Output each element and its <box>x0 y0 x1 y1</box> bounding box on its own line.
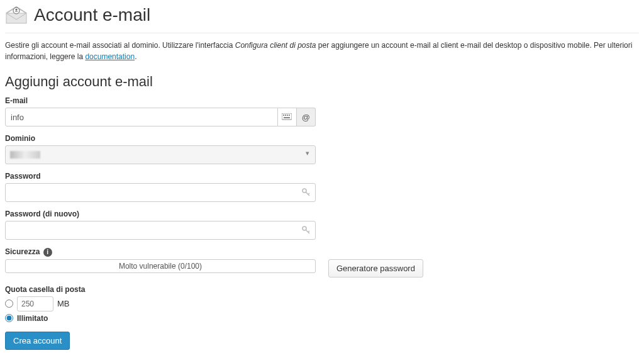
quota-size-input[interactable] <box>17 296 53 311</box>
quota-label: Quota casella di posta <box>5 285 639 294</box>
svg-point-2 <box>15 9 17 11</box>
svg-rect-4 <box>283 115 284 116</box>
page-title: Account e-mail <box>34 5 150 25</box>
security-label: Sicurezza i <box>5 247 639 257</box>
svg-rect-3 <box>282 113 292 120</box>
domain-row: Dominio <box>5 134 316 164</box>
key-icon <box>302 188 311 197</box>
email-row: E-mail @ <box>5 96 316 126</box>
svg-rect-8 <box>284 117 290 118</box>
email-input[interactable] <box>5 108 278 126</box>
intro-text: Gestire gli account e-mail associati al … <box>5 40 639 62</box>
page-header: Account e-mail <box>5 0 639 33</box>
quota-unlimited-label: Illimitato <box>17 314 48 323</box>
intro-em: Configura client di posta <box>235 41 316 50</box>
password-row: Password <box>5 172 316 202</box>
svg-rect-0 <box>6 13 26 23</box>
email-label: E-mail <box>5 96 316 105</box>
documentation-link[interactable]: documentation <box>85 52 135 61</box>
password-label: Password <box>5 172 316 181</box>
intro-pre: Gestire gli account e-mail associati al … <box>5 41 235 50</box>
svg-rect-5 <box>285 115 286 116</box>
quota-unit: MB <box>57 299 70 308</box>
at-addon: @ <box>297 108 316 126</box>
create-account-button[interactable]: Crea account <box>5 332 70 350</box>
svg-rect-6 <box>287 115 288 116</box>
svg-rect-7 <box>289 115 290 116</box>
section-title: Aggiungi account e-mail <box>5 74 639 90</box>
info-icon[interactable]: i <box>43 248 52 257</box>
password-strength-meter: Molto vulnerabile (0/100) <box>5 259 316 273</box>
security-row: Sicurezza i Molto vulnerabile (0/100) Ge… <box>5 247 639 277</box>
quota-unlimited-radio[interactable] <box>5 314 13 322</box>
security-label-text: Sicurezza <box>5 247 40 256</box>
domain-select[interactable] <box>5 145 316 164</box>
svg-line-14 <box>308 231 309 232</box>
domain-value-redacted <box>10 151 40 159</box>
password-confirm-row: Password (di nuovo) <box>5 210 316 240</box>
quota-size-radio[interactable] <box>5 300 13 308</box>
intro-post: . <box>135 52 136 61</box>
keyboard-icon[interactable] <box>278 108 297 126</box>
password-confirm-label: Password (di nuovo) <box>5 210 316 218</box>
domain-label: Dominio <box>5 134 316 143</box>
svg-line-11 <box>308 193 309 194</box>
key-icon <box>302 226 311 235</box>
email-account-icon <box>5 6 28 25</box>
password-input[interactable] <box>5 183 316 202</box>
password-confirm-input[interactable] <box>5 221 316 240</box>
password-generator-button[interactable]: Generatore password <box>328 259 423 277</box>
quota-row: Quota casella di posta MB Illimitato <box>5 285 639 323</box>
